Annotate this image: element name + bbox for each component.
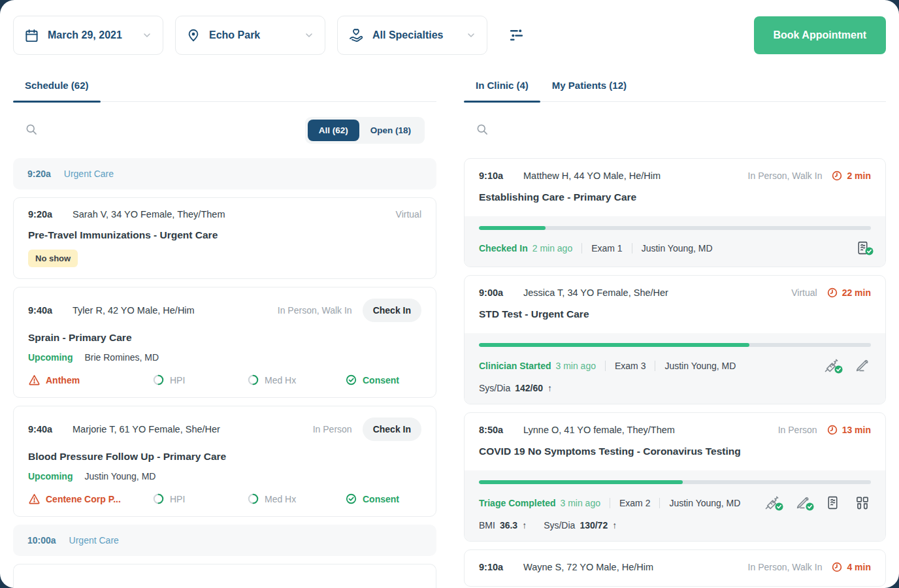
toggle-open[interactable]: Open (18) — [359, 120, 422, 141]
appointment-card[interactable]: 9:40aTyler R, 42 YO Male, He/HimIn Perso… — [13, 287, 436, 398]
specialty-picker[interactable]: All Specialties — [337, 16, 487, 55]
visit-mode-label: In Person, Walk In — [748, 171, 823, 181]
search-button[interactable] — [476, 123, 489, 138]
main-content: Schedule (62) All (62) Open (18) 9:20aUr… — [0, 55, 899, 588]
progress-ring-icon — [152, 374, 165, 386]
in-clinic-card-progress-section: Triage Completed3 min agoExam 2Justin Yo… — [465, 470, 885, 541]
vital-sys-dia: Sys/Dia130/72↑ — [544, 520, 617, 531]
clinic-tabs: In Clinic (4)My Patients (12) — [464, 73, 886, 102]
specialty-hand-heart-icon — [348, 27, 364, 43]
calendar-icon — [24, 28, 39, 43]
filters-button[interactable] — [508, 26, 525, 44]
in-clinic-list: 9:10aMatthew H, 44 YO Male, He/HimIn Per… — [464, 158, 886, 587]
date-picker[interactable]: March 29, 2021 — [13, 16, 163, 55]
clock-icon — [826, 287, 838, 299]
form-icon[interactable] — [825, 495, 841, 511]
section-service-link[interactable]: Urgent Care — [69, 535, 119, 546]
location-picker[interactable]: Echo Park — [175, 16, 325, 55]
check-in-button[interactable]: Check In — [363, 417, 421, 441]
clock-icon — [826, 424, 838, 436]
clock-icon — [831, 561, 843, 573]
visit-mode-label: Virtual — [791, 287, 817, 298]
patient-name: Matthew H, 44 YO Male, He/Him — [523, 171, 661, 181]
patient-name: Lynne O, 41 YO female, They/Them — [523, 425, 675, 435]
visit-progress-fill — [479, 226, 546, 230]
progress-ring-icon — [152, 493, 165, 505]
tab-my-patients[interactable]: My Patients (12) — [540, 73, 638, 101]
search-button[interactable] — [25, 123, 38, 138]
provider-name: Justin Young, MD — [84, 471, 155, 482]
visit-progress-bar — [479, 480, 871, 484]
progress-ring-icon — [247, 374, 259, 386]
appointment-title: Pre-Travel Immunizations - Urgent Care — [28, 229, 421, 241]
warning-icon — [28, 493, 41, 505]
syringe-check-icon[interactable] — [823, 357, 840, 374]
in-clinic-card-header: 8:50aLynne O, 41 YO female, They/ThemIn … — [465, 413, 885, 470]
vital-label: BMI — [479, 520, 495, 531]
location-picker-value: Echo Park — [209, 29, 304, 41]
appointment-card[interactable]: 9:20aSarah V, 34 YO Female, They/ThemVir… — [13, 197, 436, 279]
checklist-item-label: Med Hx — [265, 375, 296, 385]
schedule-section-header: 10:00aUrgent Care — [13, 525, 436, 556]
syringe-check-icon[interactable] — [763, 494, 781, 512]
schedule-section-header: 9:20aUrgent Care — [13, 158, 436, 189]
chevron-down-icon — [466, 30, 476, 41]
pen-icon[interactable] — [853, 357, 871, 374]
wait-time: 13 min — [826, 424, 871, 436]
appointment-title: Establishing Care - Primary Care — [479, 191, 871, 203]
tab-schedule[interactable]: Schedule (62) — [13, 73, 101, 101]
checklist-item-hpi: HPI — [152, 374, 247, 386]
visit-mode-label: In Person, Walk In — [278, 305, 352, 316]
appointment-title: Sprain - Primary Care — [28, 332, 421, 344]
visit-progress-bar — [479, 343, 871, 347]
in-clinic-card[interactable]: 9:00aJessica T, 34 YO Female, She/HerVir… — [464, 275, 886, 404]
appointment-card-header: 9:20aSarah V, 34 YO Female, They/ThemVir… — [28, 209, 421, 220]
toggle-all[interactable]: All (62) — [308, 120, 359, 141]
check-in-button[interactable]: Check In — [363, 299, 421, 322]
visit-mode-label: In Person — [778, 425, 817, 435]
appointment-time: 9:10a — [479, 562, 523, 572]
checklist-item-label: Consent — [363, 375, 399, 385]
checklist-item-label: Consent — [363, 494, 399, 504]
clinic-search-row — [464, 102, 886, 145]
provider-name: Brie Romines, MD — [84, 352, 159, 363]
wait-time-value: 13 min — [842, 425, 871, 435]
divider — [659, 498, 660, 508]
book-appointment-button[interactable]: Book Appointment — [754, 16, 887, 54]
in-clinic-card[interactable]: 9:10aWayne S, 72 YO Male, He/HimIn Perso… — [464, 549, 886, 587]
exam-room-label: Exam 3 — [615, 361, 646, 371]
appointment-card[interactable]: 9:40aMarjorie T, 61 YO Female, She/HerIn… — [13, 406, 436, 517]
visit-status-row: Clinician Started3 min agoExam 3Justin Y… — [479, 357, 871, 374]
tab-in-clinic[interactable]: In Clinic (4) — [464, 73, 540, 101]
schedule-panel: Schedule (62) All (62) Open (18) 9:20aUr… — [13, 73, 436, 588]
pen-check-icon[interactable] — [794, 494, 811, 512]
top-toolbar: March 29, 2021 Echo Park All Specialties… — [0, 0, 899, 55]
tube-rack-icon[interactable] — [854, 495, 871, 512]
exam-room-label: Exam 2 — [619, 498, 650, 508]
section-service-link[interactable]: Urgent Care — [64, 169, 114, 179]
checklist-item-anthem: Anthem — [28, 374, 152, 386]
checklist-item-med-hx: Med Hx — [247, 374, 345, 386]
visit-status-time: 3 min ago — [560, 498, 600, 508]
provider-name: Justin Young, MD — [669, 498, 740, 508]
visit-progress-fill — [479, 480, 683, 484]
in-clinic-card-progress-section: Checked In2 min agoExam 1Justin Young, M… — [465, 216, 885, 267]
visit-progress-fill — [479, 343, 749, 347]
in-clinic-panel: In Clinic (4)My Patients (12) 9:10aMatth… — [464, 73, 886, 588]
checklist-item-label: Anthem — [46, 375, 80, 385]
in-clinic-card[interactable]: 8:50aLynne O, 41 YO female, They/ThemIn … — [464, 412, 886, 542]
checklist-item-consent: Consent — [345, 374, 421, 386]
form-check-icon[interactable] — [855, 240, 871, 256]
no-show-badge: No show — [28, 250, 78, 267]
divider — [605, 361, 606, 371]
in-clinic-card[interactable]: 9:10aMatthew H, 44 YO Male, He/HimIn Per… — [464, 158, 886, 267]
order-icons — [855, 240, 871, 256]
checklist-item-label: Centene Corp P... — [46, 494, 121, 504]
checklist-item-centene-corp-p-: Centene Corp P... — [28, 493, 152, 505]
check-badge-icon — [806, 502, 814, 514]
trend-up-arrow: ↑ — [612, 520, 617, 531]
intake-checklist: AnthemHPIMed HxConsent — [28, 374, 421, 386]
appointment-card-partial[interactable] — [13, 564, 436, 588]
trend-up-arrow: ↑ — [548, 383, 552, 393]
vital-value: 142/60 — [515, 383, 543, 393]
